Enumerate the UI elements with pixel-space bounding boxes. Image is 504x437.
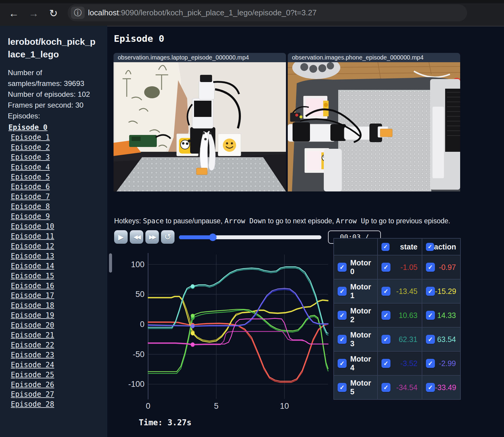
hugging-face-box [218,134,241,156]
episode-link-episode-7[interactable]: Episode 7 [11,192,101,202]
video-panel-laptop[interactable]: observation.images.laptop_episode_000000… [114,53,286,191]
checkbox[interactable]: ✓ [426,287,435,296]
motor-name: Motor 2 [350,307,374,324]
seek-slider[interactable] [179,235,321,239]
state-value: -3.52 [400,359,417,368]
laptop-camera-video[interactable] [114,62,286,191]
browser-reload-button[interactable]: ↻ [47,7,60,20]
checkbox[interactable]: ✓ [426,263,435,272]
dataset-stats: Number of samples/frames: 39693Number of… [8,67,98,121]
motor-name: Motor 1 [350,283,374,300]
motor-name: Motor 0 [350,258,374,276]
hotkey-text: to go to previous episode. [369,217,450,225]
episode-link-episode-6[interactable]: Episode 6 [11,182,101,192]
checkbox[interactable]: ✓ [338,383,347,392]
column-label: action [434,243,456,251]
checkbox[interactable]: ✓ [381,311,390,320]
checkbox[interactable]: ✓ [426,243,434,251]
state-value: -13.45 [396,287,417,296]
episode-link-episode-17[interactable]: Episode 17 [11,291,101,301]
site-info-icon: ⓘ [71,7,85,19]
episode-link-episode-22[interactable]: Episode 22 [11,340,101,350]
episode-link-episode-16[interactable]: Episode 16 [11,281,101,291]
checkbox[interactable]: ✓ [338,335,347,344]
checkbox[interactable]: ✓ [381,335,390,344]
episode-link-episode-14[interactable]: Episode 14 [11,261,101,271]
current-time-marker [191,284,195,288]
checkbox[interactable]: ✓ [426,335,435,344]
motor-name: Motor 4 [350,355,374,372]
motor-name-cell: ✓Motor 0 [334,255,378,279]
motor-name-cell: ✓Motor 4 [334,351,378,375]
stat-line: Number of episodes: 102 [8,89,98,100]
video-title-laptop: observation.images.laptop_episode_000000… [114,53,286,62]
checkbox[interactable]: ✓ [338,359,347,368]
episode-link-episode-23[interactable]: Episode 23 [11,350,101,360]
episode-link-episode-9[interactable]: Episode 9 [11,212,101,222]
episode-link-episode-28[interactable]: Episode 28 [11,399,101,409]
checkbox[interactable]: ✓ [381,263,390,272]
checkbox[interactable]: ✓ [426,383,435,392]
action-value: -2.99 [439,359,456,368]
episode-link-episode-0[interactable]: Episode 0 [8,123,101,133]
browser-back-button[interactable]: ← [7,7,20,20]
checkbox[interactable]: ✓ [338,287,347,296]
motor-timeseries-chart[interactable]: 100500-50-1000510 [116,246,332,415]
loop-button[interactable]: ↺ [161,230,175,244]
hotkeys-help-text: Hotkeys: Space to pause/unpause, Arrow D… [114,217,460,225]
video-panel-phone[interactable]: observation.images.phone_episode_000000.… [288,53,460,191]
checkbox[interactable]: ✓ [426,359,435,368]
table-row: ✓Motor 0✓-1.05✓-0.97 [334,255,460,279]
checkbox[interactable]: ✓ [381,243,390,251]
checkbox[interactable]: ✓ [338,263,347,272]
y-tick-label: -50 [133,350,144,359]
fast-forward-button[interactable]: ▶▶ [145,230,159,244]
checkbox[interactable]: ✓ [381,287,390,296]
episode-link-episode-4[interactable]: Episode 4 [11,162,101,172]
state-value: 62.31 [399,335,417,344]
hotkey-key: Arrow Up [336,217,369,225]
episode-link-episode-8[interactable]: Episode 8 [11,202,101,212]
action-value: -15.29 [435,287,456,296]
hotkey-text: to go to next episode, [266,217,336,225]
checkbox[interactable]: ✓ [381,359,390,368]
episode-link-episode-2[interactable]: Episode 2 [11,142,101,152]
column-label: state [400,243,417,251]
episode-link-episode-19[interactable]: Episode 19 [11,310,101,320]
play-button[interactable]: ▶ [114,230,128,244]
phone-camera-video[interactable] [288,62,460,191]
url-text[interactable]: localhost:9090/lerobot/koch_pick_place_1… [88,4,317,21]
series-motor-0-action [148,322,328,381]
action-value-cell: ✓-2.99 [422,351,460,375]
address-bar[interactable]: ⓘ localhost:9090/lerobot/koch_pick_place… [68,4,467,21]
hotkey-key: Arrow Down [224,217,266,225]
episode-link-episode-21[interactable]: Episode 21 [11,330,101,340]
episode-link-episode-13[interactable]: Episode 13 [11,251,101,261]
current-time-marker [191,314,195,318]
site-info-chip[interactable]: ⓘ [71,7,85,19]
episode-link-episode-27[interactable]: Episode 27 [11,390,101,399]
browser-forward-button[interactable]: → [27,7,40,20]
stat-line: Episodes: [8,111,98,121]
episode-link-episode-1[interactable]: Episode 1 [11,133,101,142]
episode-link-episode-25[interactable]: Episode 25 [11,370,101,380]
episode-link-episode-5[interactable]: Episode 5 [11,172,101,182]
checkbox[interactable]: ✓ [381,383,390,392]
video-title-phone: observation.images.phone_episode_000000.… [288,53,460,62]
seek-slider-thumb[interactable] [209,234,217,241]
episode-link-episode-15[interactable]: Episode 15 [11,271,101,281]
checkbox[interactable]: ✓ [426,311,435,320]
episode-link-episode-26[interactable]: Episode 26 [11,380,101,390]
episode-link-episode-3[interactable]: Episode 3 [11,152,101,162]
episode-link-episode-20[interactable]: Episode 20 [11,320,101,330]
episode-link-episode-12[interactable]: Episode 12 [11,241,101,251]
action-value-cell: ✓-15.29 [422,279,460,303]
scrollbar-thumb[interactable] [109,253,112,273]
episode-link-episode-18[interactable]: Episode 18 [11,301,101,310]
checkbox[interactable]: ✓ [338,311,347,320]
state-value: -34.54 [396,383,417,392]
episode-link-episode-10[interactable]: Episode 10 [11,222,101,231]
episode-link-episode-11[interactable]: Episode 11 [11,231,101,241]
rewind-button[interactable]: ◀◀ [130,230,143,244]
episode-link-episode-24[interactable]: Episode 24 [11,360,101,370]
